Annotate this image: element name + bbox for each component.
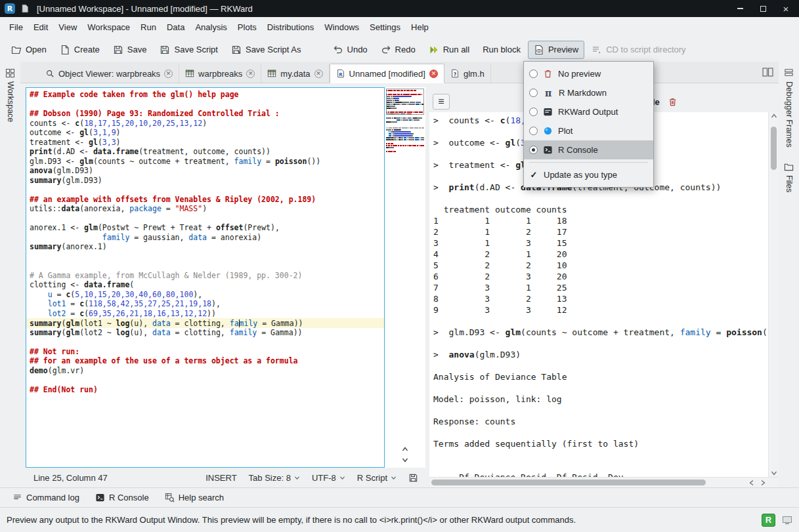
app-statusbar: Preview any output to the RKWard Output … (0, 507, 799, 532)
chevron-up-icon[interactable] (771, 113, 777, 119)
minimize-button[interactable] (731, 1, 749, 16)
scroll-left-button[interactable] (746, 478, 757, 487)
window-menu-icon[interactable] (20, 4, 30, 13)
preview-menu-item-plot[interactable]: Plot (524, 121, 653, 140)
filetype-select[interactable]: R Script (357, 473, 397, 483)
close-tab-icon[interactable]: ✕ (314, 70, 323, 78)
minimap-line (386, 147, 424, 148)
minimap-line (386, 117, 424, 119)
display-status-icon[interactable] (782, 516, 792, 525)
window-titlebar: R [Unnamed Workspace] - Unnamed [modifie… (0, 0, 799, 17)
preview-icon (534, 45, 544, 55)
insert-mode-button[interactable]: INSERT (205, 473, 236, 483)
tab-size-select[interactable]: Tab Size: 8 (249, 473, 300, 483)
open-button[interactable]: Open (5, 41, 53, 59)
preview-button[interactable]: Preview (528, 41, 584, 59)
editor-statusbar: Line 25, Column 47 INSERT Tab Size: 8 UT… (26, 468, 426, 487)
cd-to-script-directory-button[interactable]: CD to script directory (586, 41, 691, 59)
console-vertical-scrollbar[interactable] (768, 112, 779, 477)
redo-button[interactable]: Redo (375, 41, 421, 59)
workspace-toolview-button[interactable]: Workspace (5, 68, 15, 122)
create-button[interactable]: Create (54, 41, 106, 59)
radio-icon (529, 127, 538, 135)
button-label: Save Script (174, 45, 217, 54)
editor-line: glm.D93 <- glm(counts ~ outcome + treatm… (30, 157, 384, 167)
split-view-icon (762, 68, 773, 77)
maximize-button[interactable] (754, 1, 772, 16)
preview-menu-item-r-markdown[interactable]: π R Markdown (524, 83, 653, 102)
preview-menu-item-r-console[interactable]: R Console (524, 140, 653, 159)
update-as-you-type-toggle[interactable]: ✓ Update as you type (524, 165, 653, 184)
scrollbar-corner (768, 478, 779, 487)
chevron-right-icon (760, 480, 766, 486)
command-log-button[interactable]: Command log (8, 491, 84, 504)
close-button[interactable]: × (777, 1, 795, 16)
scrollbar-track[interactable] (429, 478, 746, 487)
menu-separator (529, 162, 648, 163)
debugger-frames-toolview-button[interactable]: Debugger Frames (784, 68, 794, 148)
undo-button[interactable]: Undo (327, 41, 374, 59)
scrollbar-thumb[interactable] (771, 127, 777, 170)
r-engine-status-badge[interactable]: R (762, 514, 775, 527)
scroll-right-button[interactable] (757, 478, 768, 487)
scroll-up-button[interactable] (398, 445, 412, 454)
menu-help[interactable]: Help (406, 20, 434, 35)
pane-menu-button[interactable]: ≡ (433, 94, 450, 110)
chevron-down-icon (339, 476, 345, 480)
save-script-as-button[interactable]: Save Script As (225, 41, 307, 59)
script-editor[interactable]: ## Example code taken from the glm() hel… (26, 87, 385, 468)
console-line: 4 2 1 20 (433, 249, 768, 260)
menu-edit[interactable]: Edit (28, 20, 53, 35)
tab-label: Object Viewer: warpbreaks (58, 69, 160, 79)
menu-distributions[interactable]: Distributions (262, 20, 320, 35)
files-toolview-button[interactable]: Files (784, 162, 794, 192)
minimap-viewport[interactable] (386, 89, 424, 115)
tab-0[interactable]: Object Viewer: warpbreaks ✕ (39, 64, 179, 83)
plot-icon (543, 126, 553, 136)
r-console-button[interactable]: R Console (91, 491, 154, 504)
editor-line: # A Gamma example, from McCullagh & Neld… (30, 271, 384, 281)
run-all-icon (429, 45, 439, 55)
split-view-button[interactable] (762, 68, 773, 77)
editor-line: summary(glm(lot2 ~ log(u), data = clotti… (30, 328, 384, 338)
menu-workspace[interactable]: Workspace (82, 20, 135, 35)
menu-file[interactable]: File (4, 20, 28, 35)
tab-4[interactable]: ? glm.h (444, 64, 491, 83)
scroll-down-button[interactable] (398, 455, 412, 464)
editor-line: ## Example code taken from the glm() hel… (30, 90, 384, 100)
editor-minimap[interactable] (386, 89, 424, 153)
menu-view[interactable]: View (53, 20, 82, 35)
save-script-button[interactable]: Save Script (154, 41, 223, 59)
chevron-down-icon[interactable] (771, 470, 777, 476)
run-all-button[interactable]: Run all (423, 41, 475, 59)
menu-plots[interactable]: Plots (232, 20, 262, 35)
save-button[interactable]: Save (107, 41, 153, 59)
tab-1[interactable]: warpbreaks ✕ (179, 64, 261, 83)
menu-settings[interactable]: Settings (364, 20, 406, 35)
debugger-frames-label: Debugger Frames (785, 81, 794, 148)
main-toolbar: Open Create Save Save Script (0, 37, 799, 62)
help-search-button[interactable]: Help search (160, 491, 228, 504)
scrollbar-thumb[interactable] (431, 480, 706, 485)
menu-windows[interactable]: Windows (319, 20, 364, 35)
encoding-select[interactable]: UTF-8 (312, 473, 345, 483)
close-tab-icon[interactable]: ✕ (164, 70, 173, 78)
trash-icon[interactable] (668, 97, 678, 107)
menu-data[interactable]: Data (162, 20, 190, 35)
save-status-button[interactable] (408, 473, 418, 483)
close-tab-icon[interactable]: ✕ (429, 70, 438, 78)
menu-analysis[interactable]: Analysis (190, 20, 232, 35)
redo-icon (381, 45, 391, 55)
tab-3[interactable]: R Unnamed [modified] ✕ (330, 64, 444, 83)
minimap-line (386, 137, 424, 138)
tab-2[interactable]: my.data ✕ (261, 64, 329, 83)
button-label: CD to script directory (606, 45, 685, 54)
menu-run[interactable]: Run (135, 20, 162, 35)
window-title: [Unnamed Workspace] - Unnamed [modified]… (37, 4, 726, 14)
console-horizontal-scrollbar[interactable] (429, 477, 779, 487)
data-table-icon (267, 69, 276, 78)
close-tab-icon[interactable]: ✕ (246, 70, 255, 78)
run-block-button[interactable]: Run block (477, 41, 527, 58)
preview-menu-item-no-preview[interactable]: No preview (524, 64, 653, 83)
preview-menu-item-rkward-output[interactable]: RKWard Output (524, 102, 653, 121)
